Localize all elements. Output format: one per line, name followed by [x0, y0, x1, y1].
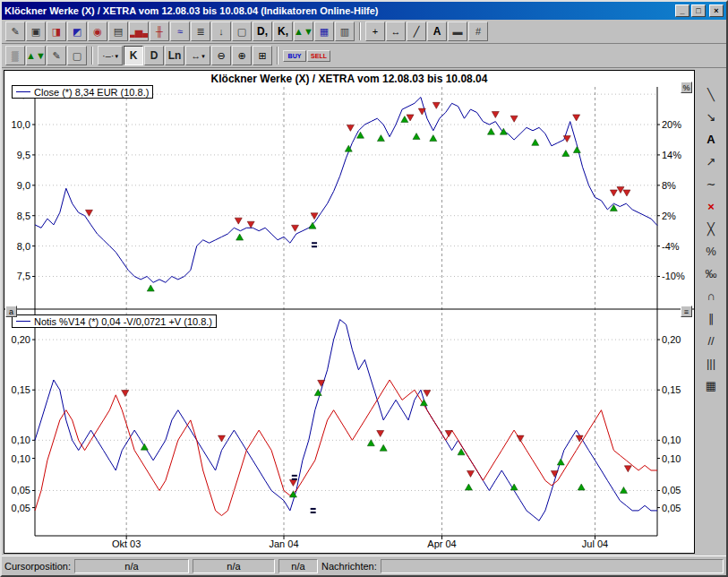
- svg-text:0,15: 0,15: [12, 384, 30, 395]
- indicator-legend[interactable]: Notis %V14 (*) 0,04 -V/0,0721 +V (10.8.): [12, 314, 217, 328]
- line-chart-icon[interactable]: ≈: [170, 22, 190, 41]
- log-scale[interactable]: Ln: [165, 46, 184, 65]
- diagonal-hatch-tool-icon[interactable]: //: [699, 331, 723, 351]
- svg-text:0,20: 0,20: [662, 334, 681, 345]
- toolbar-separator: [359, 22, 361, 40]
- text-page[interactable]: A: [427, 22, 447, 41]
- matrix-icon[interactable]: ▦: [314, 22, 334, 41]
- cards-icon[interactable]: ▬: [448, 22, 467, 41]
- layout-grid-icon[interactable]: #: [468, 22, 488, 41]
- svg-text:Okt 03: Okt 03: [112, 538, 141, 549]
- signals-icon[interactable]: ▲▼: [294, 22, 313, 41]
- sell-stamp[interactable]: SELL: [307, 50, 330, 62]
- tile-windows-icon[interactable]: ◨: [47, 22, 66, 41]
- titlebar[interactable]: Klöckner Werke (X) / XETRA vom 12.08.03 …: [2, 2, 726, 20]
- pane-a-button[interactable]: a: [5, 306, 17, 317]
- delete-drawing-tool-icon[interactable]: ×: [699, 196, 723, 217]
- chart-panel: Klöckner Werke (X) / XETRA vom 12.08.03 …: [4, 70, 695, 554]
- candle-mode[interactable]: K: [124, 46, 143, 65]
- table-view-icon[interactable]: ▤: [108, 22, 128, 41]
- svg-text:0,05: 0,05: [662, 503, 681, 513]
- vertical-lines-tool-icon[interactable]: |||: [699, 353, 723, 374]
- svg-text:9,0: 9,0: [17, 180, 30, 191]
- daily-period[interactable]: D,: [253, 22, 272, 41]
- crossed-lines-tool-icon[interactable]: ╳: [699, 219, 723, 239]
- messages-label: Nachrichten:: [321, 561, 377, 572]
- parallel-lines-tool-icon[interactable]: ∥: [699, 308, 723, 329]
- status-bar: Cursorposition: n/a n/a n/a Nachrichten:: [2, 555, 726, 575]
- permille-measure-tool-icon[interactable]: ‰: [699, 263, 723, 284]
- scale-dropdown-icon[interactable]: ↔▾: [185, 46, 210, 65]
- svg-text:8,5: 8,5: [17, 211, 30, 221]
- report-icon[interactable]: ≣: [191, 22, 210, 41]
- svg-text:7,5: 7,5: [17, 271, 30, 281]
- svg-text:0,10: 0,10: [662, 453, 681, 464]
- svg-text:0,20: 0,20: [12, 334, 30, 345]
- svg-text:Jan 04: Jan 04: [269, 538, 298, 549]
- percent-scale-button[interactable]: %: [681, 82, 692, 93]
- svg-text:-4%: -4%: [662, 241, 680, 252]
- edit-pencil-icon[interactable]: ✎: [47, 46, 66, 65]
- quotes-icon[interactable]: ◉: [88, 22, 107, 41]
- arc-tool-icon[interactable]: ∩: [699, 286, 723, 306]
- buy-stamp[interactable]: BUY: [283, 50, 306, 62]
- minimize-button[interactable]: _: [675, 4, 689, 17]
- svg-text:Apr 04: Apr 04: [427, 538, 456, 549]
- price-indicator-plot[interactable]: Okt 03Jan 04Apr 04Jul 0410,510,09,59,08,…: [4, 71, 694, 554]
- svg-text:0,05: 0,05: [662, 485, 681, 495]
- copy-icon[interactable]: ▣: [26, 22, 46, 41]
- crosshair-icon[interactable]: +: [365, 22, 385, 41]
- svg-text:0,05: 0,05: [12, 503, 30, 513]
- svg-text:0,15: 0,15: [662, 384, 681, 395]
- messages-field: [381, 559, 724, 573]
- svg-text:20%: 20%: [662, 119, 681, 130]
- chart-title: Klöckner Werke (X) / XETRA vom 12.08.03 …: [4, 73, 694, 85]
- svg-text:9,5: 9,5: [17, 150, 30, 160]
- drawing-toolbar: ╲↘A↗∼×╳%‰∩∥//|||▦: [696, 68, 726, 555]
- close-button[interactable]: ×: [709, 4, 724, 17]
- line-tool-icon[interactable]: ╲: [699, 84, 723, 105]
- grid-tool-icon[interactable]: ▦: [699, 375, 723, 396]
- cursor-x-field: n/a: [74, 559, 189, 573]
- cursor-position-label: Cursorposition:: [4, 561, 71, 572]
- buy-sell-signals-icon[interactable]: ▲▼: [26, 46, 46, 65]
- cursor-y-field: n/a: [193, 559, 275, 573]
- indicator-legend-text: Notis %V14 (*) 0,04 -V/0,0721 +V (10.8.): [34, 315, 212, 328]
- toolbar-separator: [91, 47, 93, 65]
- arrow-line-tool-icon[interactable]: ↘: [699, 107, 723, 127]
- svg-text:14%: 14%: [662, 150, 681, 160]
- zoom-in-icon[interactable]: ⊕: [232, 46, 252, 65]
- line-style-dropdown-icon[interactable]: ·–·▾: [98, 46, 123, 65]
- weekly-period[interactable]: K,: [273, 22, 293, 41]
- pane-menu-button[interactable]: ≡: [681, 306, 692, 317]
- main-area: Klöckner Werke (X) / XETRA vom 12.08.03 …: [2, 68, 726, 555]
- bar-chart-icon[interactable]: ▂▅▃: [129, 22, 149, 41]
- svg-text:10,0: 10,0: [12, 119, 30, 130]
- cursor-value-field: n/a: [278, 559, 318, 573]
- new-window-icon[interactable]: ▢: [232, 22, 252, 41]
- arrow-tool-icon[interactable]: ↗: [699, 151, 723, 172]
- cascade-windows-icon[interactable]: ◩: [67, 22, 87, 41]
- daily-mode[interactable]: D: [144, 46, 164, 65]
- percent-measure-tool-icon[interactable]: %: [699, 241, 723, 262]
- zoom-out-icon[interactable]: ⊖: [211, 46, 231, 65]
- chart-toolbar: ▒▲▼✎▢·–·▾KDLn↔▾⊖⊕⊞BUYSELL: [2, 44, 726, 68]
- price-legend[interactable]: Close (*) 8,34 EUR (10.8.): [12, 85, 153, 99]
- properties-icon[interactable]: ▢: [67, 46, 87, 65]
- legend-line-sample-icon: [16, 91, 30, 92]
- save-export-icon[interactable]: ↓: [211, 22, 231, 41]
- zoom-window-icon[interactable]: ⊞: [253, 46, 272, 65]
- curve-tool-icon[interactable]: ∼: [699, 174, 723, 194]
- svg-text:Jul 04: Jul 04: [582, 538, 608, 549]
- text-tool[interactable]: A: [699, 129, 723, 150]
- chart-thumbnail-icon[interactable]: ▒: [5, 46, 25, 65]
- main-toolbar: ✎▣◨◩◉▤▂▅▃╫≈≣↓▢D,K,▲▼▦▥+↔╱A▬#: [2, 20, 726, 44]
- scale-horizontal-icon[interactable]: ↔: [386, 22, 406, 41]
- price-legend-text: Close (*) 8,34 EUR (10.8.): [34, 86, 149, 99]
- draw-line-icon[interactable]: ╱: [407, 22, 426, 41]
- candlestick-chart-icon[interactable]: ╫: [150, 22, 169, 41]
- notes-icon[interactable]: ▥: [335, 22, 355, 41]
- svg-text:-10%: -10%: [662, 271, 685, 281]
- chart-edit-icon[interactable]: ✎: [5, 22, 25, 41]
- maximize-button[interactable]: □: [691, 4, 706, 17]
